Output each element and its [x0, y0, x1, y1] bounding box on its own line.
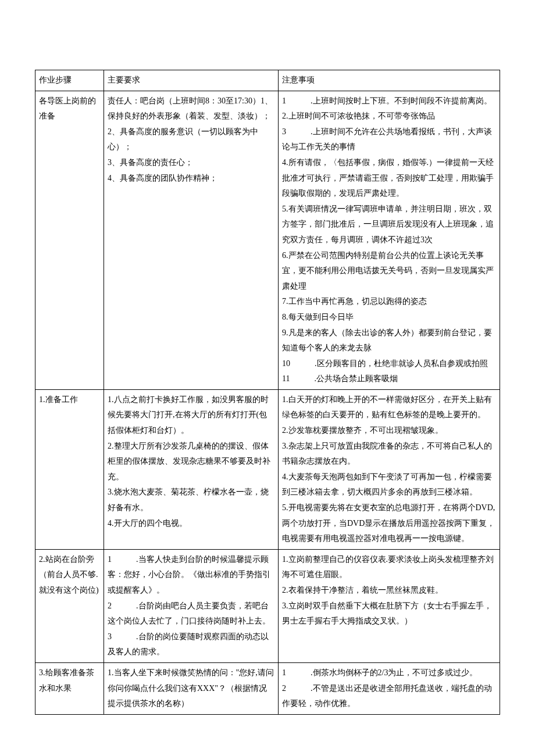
table-header-row: 作业步骤 主要要求 注意事项: [35, 70, 500, 91]
header-note: 注意事项: [279, 70, 500, 91]
cell-step: 1.准备工作: [35, 389, 104, 549]
cell-step: 3.给顾客准备茶水和水果: [35, 662, 104, 714]
cell-note: 1.白天开的灯和晚上开的不一样需做好区分，在开关上贴有绿色标签的白天要开的，贴有…: [279, 389, 500, 549]
procedure-table: 作业步骤 主要要求 注意事项 各导医上岗前的准备 责任人：吧台岗（上班时间8：3…: [35, 70, 500, 715]
cell-step: 2.站岗在台阶旁（前台人员不够.就没有这个岗位): [35, 549, 104, 662]
cell-req: 1.当客人坐下来时候微笑热情的问："您好,请问你问你喝点什么我们这有XXX"？（…: [104, 662, 279, 714]
cell-req: 责任人：吧台岗（上班时间8：30至17:30）1、保持良好的外表形象（着装、发型…: [104, 91, 279, 389]
table-row: 各导医上岗前的准备 责任人：吧台岗（上班时间8：30至17:30）1、保持良好的…: [35, 91, 500, 389]
cell-req: 1.八点之前打卡换好工作服，如没男客服的时候先要将大门打开,在将大厅的所有灯打开…: [104, 389, 279, 549]
cell-note: 1 .倒茶水均倒杯子的2/3为止，不可过多或过少。2 .不管是送出还是收进全部用…: [279, 662, 500, 714]
table-row: 1.准备工作 1.八点之前打卡换好工作服，如没男客服的时候先要将大门打开,在将大…: [35, 389, 500, 549]
header-step: 作业步骤: [35, 70, 104, 91]
cell-note: 1.立岗前整理自己的仪容仪表.要求淡妆上岗头发梳理整齐刘海不可遮住眉眼。2.衣着…: [279, 549, 500, 662]
cell-note: 1 .上班时间按时上下班。不到时间段不许提前离岗。2.上班时间不可浓妆艳抹，不可…: [279, 91, 500, 389]
table-row: 2.站岗在台阶旁（前台人员不够.就没有这个岗位) 1 .当客人快走到台阶的时候温…: [35, 549, 500, 662]
cell-step: 各导医上岗前的准备: [35, 91, 104, 389]
table-row: 3.给顾客准备茶水和水果 1.当客人坐下来时候微笑热情的问："您好,请问你问你喝…: [35, 662, 500, 714]
header-req: 主要要求: [104, 70, 279, 91]
cell-req: 1 .当客人快走到台阶的时候温馨提示顾客：您好，小心台阶。《做出标准的手势指引或…: [104, 549, 279, 662]
